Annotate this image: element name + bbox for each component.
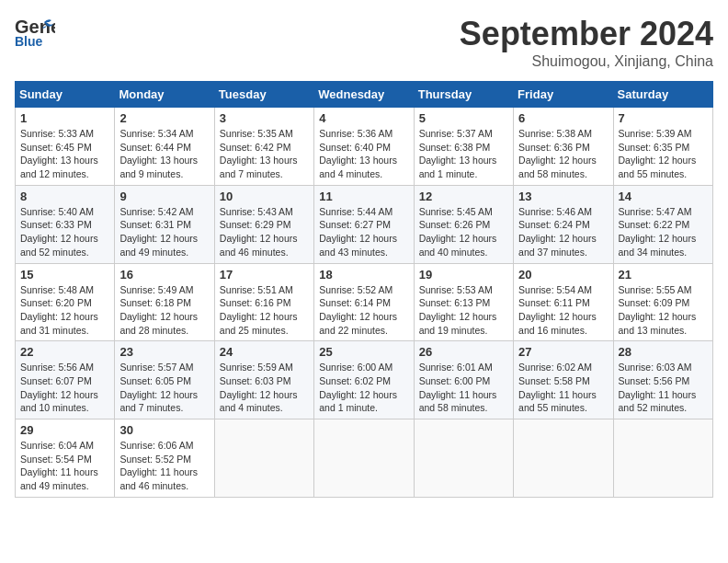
cell-content: Sunrise: 5:36 AM Sunset: 6:40 PM Dayligh…: [319, 127, 408, 181]
logo-icon: General Blue: [15, 15, 55, 48]
calendar-cell: 9 Sunrise: 5:42 AM Sunset: 6:31 PM Dayli…: [115, 185, 214, 263]
day-number: 16: [119, 268, 209, 282]
calendar-cell: 18 Sunrise: 5:52 AM Sunset: 6:14 PM Dayl…: [314, 263, 414, 341]
calendar-body: 1 Sunrise: 5:33 AM Sunset: 6:45 PM Dayli…: [16, 108, 713, 498]
calendar-cell: 1 Sunrise: 5:33 AM Sunset: 6:45 PM Dayli…: [16, 108, 115, 186]
cell-content: Sunrise: 5:59 AM Sunset: 6:03 PM Dayligh…: [220, 361, 309, 415]
day-number: 17: [220, 268, 309, 282]
cell-content: Sunrise: 6:06 AM Sunset: 5:52 PM Dayligh…: [119, 439, 209, 493]
cell-content: Sunrise: 5:40 AM Sunset: 6:33 PM Dayligh…: [20, 205, 109, 259]
cell-content: Sunrise: 5:48 AM Sunset: 6:20 PM Dayligh…: [20, 283, 109, 338]
calendar-cell: 17 Sunrise: 5:51 AM Sunset: 6:16 PM Dayl…: [214, 263, 313, 341]
day-number: 21: [619, 268, 708, 282]
calendar-cell: 27 Sunrise: 6:02 AM Sunset: 5:58 PM Dayl…: [514, 341, 613, 419]
calendar-cell: 21 Sunrise: 5:55 AM Sunset: 6:09 PM Dayl…: [613, 263, 712, 341]
day-number: 25: [319, 345, 408, 359]
calendar-cell: 15 Sunrise: 5:48 AM Sunset: 6:20 PM Dayl…: [16, 263, 115, 341]
calendar-header-row: SundayMondayTuesdayWednesdayThursdayFrid…: [16, 82, 713, 108]
calendar-cell: 5 Sunrise: 5:37 AM Sunset: 6:38 PM Dayli…: [414, 108, 513, 186]
cell-content: Sunrise: 6:03 AM Sunset: 5:56 PM Dayligh…: [619, 361, 708, 415]
cell-content: Sunrise: 5:52 AM Sunset: 6:14 PM Dayligh…: [319, 283, 408, 338]
cell-content: Sunrise: 5:35 AM Sunset: 6:42 PM Dayligh…: [220, 127, 309, 181]
day-number: 4: [319, 111, 408, 125]
calendar-cell: 7 Sunrise: 5:39 AM Sunset: 6:35 PM Dayli…: [613, 108, 712, 186]
day-number: 28: [619, 345, 708, 359]
calendar-cell: 19 Sunrise: 5:53 AM Sunset: 6:13 PM Dayl…: [414, 263, 513, 341]
cell-content: Sunrise: 5:43 AM Sunset: 6:29 PM Dayligh…: [220, 205, 309, 259]
cell-content: Sunrise: 5:45 AM Sunset: 6:26 PM Dayligh…: [419, 205, 508, 259]
cell-content: Sunrise: 5:49 AM Sunset: 6:18 PM Dayligh…: [119, 283, 209, 338]
cell-content: Sunrise: 5:46 AM Sunset: 6:24 PM Dayligh…: [518, 205, 608, 259]
title-area: September 2024 Shuimogou, Xinjiang, Chin…: [460, 15, 713, 70]
calendar-header-cell: Tuesday: [214, 82, 313, 108]
day-number: 15: [20, 268, 109, 282]
month-year-title: September 2024: [460, 15, 713, 53]
calendar-cell: 14 Sunrise: 5:47 AM Sunset: 6:22 PM Dayl…: [613, 185, 712, 263]
cell-content: Sunrise: 6:00 AM Sunset: 6:02 PM Dayligh…: [319, 361, 408, 415]
day-number: 6: [518, 111, 608, 125]
calendar-cell: 30 Sunrise: 6:06 AM Sunset: 5:52 PM Dayl…: [115, 419, 214, 498]
day-number: 2: [119, 111, 209, 125]
day-number: 19: [419, 268, 508, 282]
calendar-cell: 11 Sunrise: 5:44 AM Sunset: 6:27 PM Dayl…: [314, 185, 414, 263]
day-number: 14: [619, 190, 708, 203]
calendar-header-cell: Thursday: [414, 82, 513, 108]
calendar-header-cell: Saturday: [613, 82, 712, 108]
calendar-table: SundayMondayTuesdayWednesdayThursdayFrid…: [15, 81, 713, 498]
calendar-cell: 8 Sunrise: 5:40 AM Sunset: 6:33 PM Dayli…: [16, 185, 115, 263]
cell-content: Sunrise: 5:47 AM Sunset: 6:22 PM Dayligh…: [619, 205, 708, 259]
day-number: 11: [319, 190, 408, 203]
day-number: 18: [319, 268, 408, 282]
day-number: 20: [518, 268, 608, 282]
location-subtitle: Shuimogou, Xinjiang, China: [460, 53, 713, 70]
calendar-week-row: 29 Sunrise: 6:04 AM Sunset: 5:54 PM Dayl…: [16, 419, 713, 498]
day-number: 22: [20, 345, 109, 359]
svg-text:Blue: Blue: [15, 34, 43, 48]
cell-content: Sunrise: 5:56 AM Sunset: 6:07 PM Dayligh…: [20, 361, 109, 415]
calendar-cell: 26 Sunrise: 6:01 AM Sunset: 6:00 PM Dayl…: [414, 341, 513, 419]
day-number: 30: [119, 423, 209, 437]
cell-content: Sunrise: 5:37 AM Sunset: 6:38 PM Dayligh…: [419, 127, 508, 181]
calendar-cell: 10 Sunrise: 5:43 AM Sunset: 6:29 PM Dayl…: [214, 185, 313, 263]
calendar-header-cell: Sunday: [16, 82, 115, 108]
calendar-cell: 25 Sunrise: 6:00 AM Sunset: 6:02 PM Dayl…: [314, 341, 414, 419]
calendar-cell: 23 Sunrise: 5:57 AM Sunset: 6:05 PM Dayl…: [115, 341, 214, 419]
day-number: 1: [20, 111, 109, 125]
day-number: 27: [518, 345, 608, 359]
calendar-cell: [214, 419, 313, 498]
calendar-cell: [613, 419, 712, 498]
cell-content: Sunrise: 5:42 AM Sunset: 6:31 PM Dayligh…: [119, 205, 209, 259]
calendar-cell: 4 Sunrise: 5:36 AM Sunset: 6:40 PM Dayli…: [314, 108, 414, 186]
cell-content: Sunrise: 5:53 AM Sunset: 6:13 PM Dayligh…: [419, 283, 508, 338]
day-number: 9: [119, 190, 209, 203]
calendar-header-cell: Monday: [115, 82, 214, 108]
day-number: 26: [419, 345, 508, 359]
day-number: 8: [20, 190, 109, 203]
calendar-cell: 6 Sunrise: 5:38 AM Sunset: 6:36 PM Dayli…: [514, 108, 613, 186]
calendar-week-row: 8 Sunrise: 5:40 AM Sunset: 6:33 PM Dayli…: [16, 185, 713, 263]
calendar-week-row: 22 Sunrise: 5:56 AM Sunset: 6:07 PM Dayl…: [16, 341, 713, 419]
day-number: 29: [20, 423, 109, 437]
calendar-cell: 22 Sunrise: 5:56 AM Sunset: 6:07 PM Dayl…: [16, 341, 115, 419]
calendar-cell: 24 Sunrise: 5:59 AM Sunset: 6:03 PM Dayl…: [214, 341, 313, 419]
cell-content: Sunrise: 5:57 AM Sunset: 6:05 PM Dayligh…: [119, 361, 209, 415]
cell-content: Sunrise: 5:33 AM Sunset: 6:45 PM Dayligh…: [20, 127, 109, 181]
day-number: 13: [518, 190, 608, 203]
calendar-cell: 29 Sunrise: 6:04 AM Sunset: 5:54 PM Dayl…: [16, 419, 115, 498]
calendar-cell: [414, 419, 513, 498]
day-number: 3: [220, 111, 309, 125]
cell-content: Sunrise: 6:04 AM Sunset: 5:54 PM Dayligh…: [20, 439, 109, 493]
calendar-cell: 20 Sunrise: 5:54 AM Sunset: 6:11 PM Dayl…: [514, 263, 613, 341]
day-number: 23: [119, 345, 209, 359]
calendar-header-cell: Wednesday: [314, 82, 414, 108]
day-number: 5: [419, 111, 508, 125]
cell-content: Sunrise: 5:39 AM Sunset: 6:35 PM Dayligh…: [619, 127, 708, 181]
cell-content: Sunrise: 5:55 AM Sunset: 6:09 PM Dayligh…: [619, 283, 708, 338]
day-number: 7: [619, 111, 708, 125]
page-header: General Blue September 2024 Shuimogou, X…: [15, 15, 713, 70]
cell-content: Sunrise: 5:34 AM Sunset: 6:44 PM Dayligh…: [119, 127, 209, 181]
cell-content: Sunrise: 6:02 AM Sunset: 5:58 PM Dayligh…: [518, 361, 608, 415]
calendar-header-cell: Friday: [514, 82, 613, 108]
calendar-cell: 28 Sunrise: 6:03 AM Sunset: 5:56 PM Dayl…: [613, 341, 712, 419]
calendar-cell: 13 Sunrise: 5:46 AM Sunset: 6:24 PM Dayl…: [514, 185, 613, 263]
